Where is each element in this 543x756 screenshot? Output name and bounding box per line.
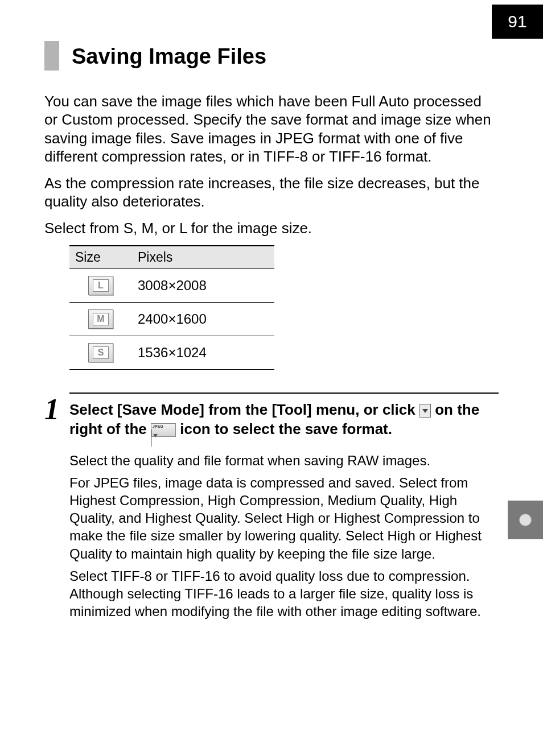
step-number: 1 (44, 393, 69, 625)
intro-paragraph-3: Select from S, M, or L for the image siz… (44, 219, 499, 238)
step-heading: Select [Save Mode] from the [Tool] menu,… (69, 400, 499, 439)
step-body-p2: For JPEG files, image data is compressed… (69, 474, 499, 563)
step-heading-part-a: Select [Save Mode] from the [Tool] menu,… (69, 401, 419, 418)
pixels-value: 1536×1024 (132, 336, 274, 370)
intro-paragraph-1: You can save the image files which have … (44, 92, 499, 166)
pixels-value: 3008×2008 (132, 269, 274, 303)
table-header-pixels: Pixels (132, 246, 274, 269)
page-title: Saving Image Files (72, 41, 266, 71)
size-icon-letter: M (93, 313, 109, 325)
table-row: L 3008×2008 (69, 269, 274, 303)
pixels-value: 2400×1600 (132, 303, 274, 336)
step-body-p1: Select the quality and file format when … (69, 452, 499, 469)
table-header-size: Size (69, 246, 132, 269)
table-row: S 1536×1024 (69, 336, 274, 370)
side-tab-dot-icon (519, 514, 532, 526)
size-l-icon: L (88, 276, 113, 295)
side-thumb-tab (508, 501, 543, 539)
heading-accent-bar (44, 41, 59, 71)
jpeg-format-icon: JPEG (151, 423, 176, 437)
size-s-icon: S (88, 343, 113, 362)
dropdown-arrow-icon (419, 404, 431, 418)
size-icon-letter: S (93, 346, 109, 359)
page-number: 91 (492, 5, 543, 39)
size-icon-letter: L (93, 279, 109, 292)
table-row: M 2400×1600 (69, 303, 274, 336)
size-m-icon: M (88, 309, 113, 329)
size-pixels-table: Size Pixels L 3008×2008 M (69, 245, 274, 370)
step-body-p3: Select TIFF-8 or TIFF-16 to avoid qualit… (69, 567, 499, 621)
step-heading-part-c: icon to select the save format. (180, 420, 392, 437)
intro-paragraph-2: As the compression rate increases, the f… (44, 174, 499, 211)
